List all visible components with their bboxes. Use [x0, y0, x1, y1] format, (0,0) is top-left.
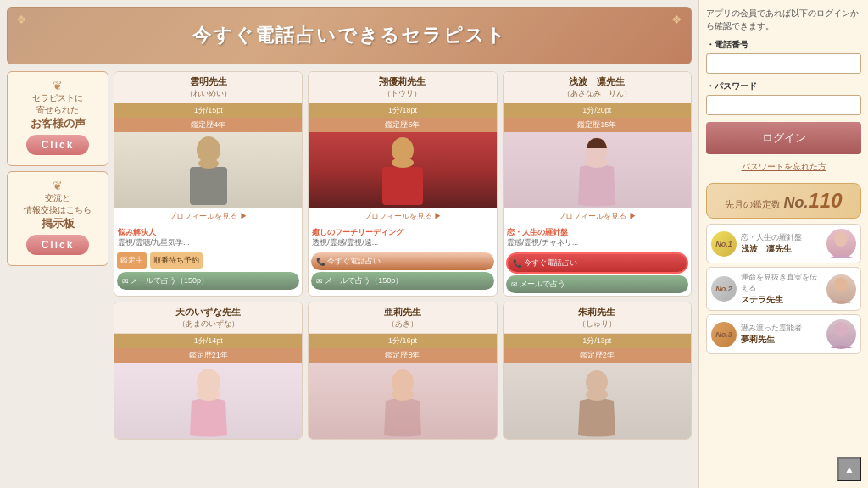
phone-input[interactable] — [706, 53, 861, 74]
left-sidebar: ❦ セラピストに 寄せられた お客様の声 Click ❦ 交流と 情報交換はこち… — [7, 71, 108, 445]
therapist-sub-1: （れいめい） — [116, 88, 300, 99]
bulletin-click-button[interactable]: Click — [26, 235, 90, 255]
specialty-bold-3: 恋・人生の羅針盤 — [507, 228, 568, 236]
rank-image-2 — [826, 274, 856, 304]
customer-voice-line3: お客様の声 — [13, 116, 103, 131]
action-buttons-3: 📞 今すぐ電話占い ✉ メールで占う — [504, 250, 691, 296]
mail-btn-1[interactable]: ✉ メールで占う（150p） — [117, 272, 299, 290]
rank-info-3: 潜み渡った霊能者 夢莉先生 — [741, 323, 822, 346]
password-label: ・パスワード — [706, 80, 861, 92]
therapist-stats-3: 1分/20pt — [504, 103, 691, 118]
therapist-image-4 — [114, 363, 302, 439]
rank-name-1: 浅波 凛先生 — [741, 243, 822, 255]
action-buttons-1: 鑑定中 順番待ち予約 ✉ メールで占う（150p） — [114, 250, 302, 292]
profile-link-1[interactable]: プロフィールを見る ▶ — [114, 208, 302, 225]
therapist-years-6: 鑑定歴2年 — [504, 348, 691, 363]
phone-icon-2: 📞 — [316, 258, 326, 266]
phone-label: ・電話番号 — [706, 39, 861, 51]
rank-image-1 — [826, 229, 856, 258]
rank-item-2: No.2 運命を見抜き真実を伝える ステラ先生 — [706, 267, 861, 311]
svg-point-14 — [834, 231, 848, 247]
therapist-years-2: 鑑定歴5年 — [309, 118, 496, 132]
therapist-name-4: 天のいずな先生 — [116, 306, 300, 319]
customer-voice-line1: セラピストに — [13, 92, 103, 104]
specialty-2: 癒しのフーチリーディング 透視/霊感/霊視/遠... — [309, 225, 496, 250]
rank-info-2: 運命を見抜き真実を伝える ステラ先生 — [741, 272, 822, 306]
rank-badge-1: No.1 — [711, 231, 737, 257]
therapist-header-1: 雲明先生 （れいめい） — [114, 72, 302, 103]
therapists-grid: 雲明先生 （れいめい） 1分/15pt 鑑定歴4年 プロフィ — [114, 71, 692, 445]
phone-icon-3: 📞 — [513, 259, 522, 268]
rank-desc-3: 潜み渡った霊能者 — [741, 323, 822, 334]
password-input[interactable] — [706, 95, 861, 115]
therapist-name-5: 亜莉先生 — [310, 306, 494, 319]
rank-item-3: No.3 潜み渡った霊能者 夢莉先生 — [706, 314, 861, 354]
rank-desc-2: 運命を見抜き真実を伝える — [741, 272, 822, 294]
scroll-top-button[interactable]: ▲ — [837, 458, 861, 481]
therapist-header-4: 天のいずな先生 （あまのいずな） — [114, 302, 302, 334]
mail-icon-1: ✉ — [122, 277, 129, 286]
profile-link-3[interactable]: プロフィールを見る ▶ — [504, 208, 691, 225]
mail-icon-3: ✉ — [511, 280, 518, 289]
phone-btn-2[interactable]: 📞 今すぐ電話占い — [311, 252, 493, 270]
rank-badge-3: No.3 — [711, 322, 737, 347]
therapist-row-2: 天のいずな先生 （あまのいずな） 1分/14pt 鑑定歴21年 — [114, 302, 692, 440]
therapist-image-2 — [309, 132, 496, 208]
mail-btn-2[interactable]: ✉ メールで占う（150p） — [311, 272, 493, 290]
svg-point-7 — [586, 158, 608, 168]
customer-voice-line2: 寄せられた — [13, 104, 103, 116]
therapist-stats-5: 1分/16pt — [309, 334, 496, 348]
rank-badge-2: No.2 — [711, 276, 737, 302]
svg-point-13 — [586, 389, 608, 401]
specialty-3: 恋・人生の羅針盤 霊感/霊視/チャネリ... — [504, 225, 691, 250]
svg-point-11 — [392, 389, 414, 401]
bulletin-line2: 情報交換はこちら — [13, 204, 103, 216]
right-sidebar: アプリの会員であれば以下のログインから確認できます。 ・電話番号 ・パスワード … — [698, 0, 868, 488]
specialty-bold-2: 癒しのフーチリーディング — [312, 228, 403, 236]
login-button[interactable]: ログイン — [706, 122, 861, 154]
svg-point-2 — [198, 158, 219, 169]
svg-point-9 — [197, 389, 220, 401]
therapist-sub-6: （しゅり） — [505, 319, 689, 330]
therapist-sub-5: （あき） — [310, 319, 494, 330]
ranking-title-box: 先月の鑑定数 No.110 — [706, 183, 861, 219]
top-banner: 今すぐ電話占いできるセラピスト — [7, 7, 692, 64]
deco-icon-2: ❦ — [13, 179, 103, 192]
banner-title: 今すぐ電話占いできるセラピスト — [16, 23, 682, 48]
forgot-password-link[interactable]: パスワードを忘れた方 — [706, 161, 861, 173]
bulletin-line1: 交流と — [13, 192, 103, 204]
therapist-image-3 — [504, 132, 691, 208]
rank-image-3 — [826, 319, 856, 349]
kakutei-btn-1[interactable]: 鑑定中 — [117, 252, 147, 269]
therapist-years-3: 鑑定歴15年 — [504, 118, 691, 132]
specialty-desc-2: 透視/霊感/霊視/遠... — [312, 238, 378, 247]
therapist-card-rin: 浅波 凛先生 （あさなみ りん） 1分/20pt 鑑定歴15年 — [503, 71, 692, 297]
therapist-card-touri: 翔優莉先生 （トウリ） 1分/18pt 鑑定歴5年 プロフィ — [308, 71, 497, 297]
therapist-card-shuri: 朱莉先生 （しゅり） 1分/13pt 鑑定歴2年 — [503, 302, 692, 440]
therapist-header-2: 翔優莉先生 （トウリ） — [309, 72, 496, 103]
svg-point-15 — [834, 277, 848, 292]
customer-voice-click-button[interactable]: Click — [26, 135, 90, 155]
therapist-row-1: 雲明先生 （れいめい） 1分/15pt 鑑定歴4年 プロフィ — [114, 71, 692, 297]
therapist-header-5: 亜莉先生 （あき） — [309, 302, 496, 334]
customer-voice-box: ❦ セラピストに 寄せられた お客様の声 Click — [7, 71, 108, 166]
therapist-stats-6: 1分/13pt — [504, 334, 691, 348]
ranking-label: 先月の鑑定数 No.110 — [712, 189, 855, 213]
specialty-bold-1: 悩み解決人 — [118, 228, 156, 236]
therapist-header-3: 浅波 凛先生 （あさなみ りん） — [504, 72, 691, 103]
mail-btn-3[interactable]: ✉ メールで占う — [506, 275, 688, 293]
therapist-card-aki: 亜莉先生 （あき） 1分/16pt 鑑定歴8年 — [308, 302, 497, 440]
therapist-header-6: 朱莉先生 （しゅり） — [504, 302, 691, 334]
therapist-image-1 — [114, 132, 302, 208]
profile-link-2[interactable]: プロフィールを見る ▶ — [309, 208, 496, 225]
rank-name-2: ステラ先生 — [741, 294, 822, 306]
svg-point-16 — [834, 322, 848, 337]
ranking-number: No. — [784, 194, 809, 211]
specialty-1: 悩み解決人 霊視/霊聴/九星気学... — [114, 225, 302, 250]
therapist-name-6: 朱莉先生 — [505, 306, 689, 319]
specialty-desc-3: 霊感/霊視/チャネリ... — [507, 238, 579, 247]
yoyaku-btn-1[interactable]: 順番待ち予約 — [150, 252, 203, 269]
svg-rect-4 — [382, 167, 423, 205]
deco-icon-1: ❦ — [13, 79, 103, 92]
phone-btn-3-active[interactable]: 📞 今すぐ電話占い — [506, 252, 688, 274]
